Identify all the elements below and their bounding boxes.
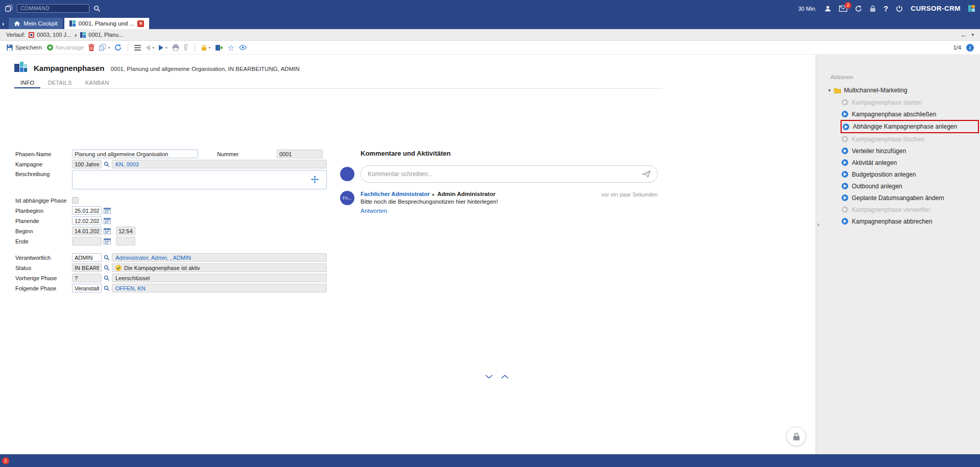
panel-expand-left-icon[interactable]: ›: [2, 20, 4, 27]
command-input[interactable]: [17, 4, 89, 13]
tab-details[interactable]: DETAILS: [41, 78, 78, 88]
delete-button[interactable]: [88, 44, 94, 51]
logout-icon[interactable]: [896, 5, 903, 12]
chevron-down-icon[interactable]: ▾: [108, 45, 110, 50]
lock-floating-button[interactable]: [786, 427, 806, 446]
vorherige-phase-description-field: Leerschlüssel: [112, 274, 327, 282]
history-back-icon[interactable]: ←: [960, 31, 967, 39]
lookup-search-icon[interactable]: [104, 265, 110, 271]
chevron-down-icon[interactable]: ▾: [165, 45, 168, 50]
history-label: Verlauf:: [6, 32, 25, 38]
send-icon[interactable]: [642, 170, 651, 178]
actions-group-row[interactable]: ▾ Multichannel-Marketing: [828, 87, 980, 94]
lookup-search-icon[interactable]: [104, 275, 110, 281]
tab-label: Mein Cockpit: [23, 20, 57, 27]
tab-record[interactable]: 0001, Planung und ... ✕: [64, 18, 149, 29]
lock-record-button[interactable]: ▾: [201, 44, 211, 51]
apps-icon[interactable]: [5, 5, 13, 12]
lookup-search-icon[interactable]: [104, 285, 110, 291]
topbar: 30 Min. 2 ? CURSOR-CRM: [0, 0, 980, 17]
search-icon[interactable]: [93, 5, 101, 12]
lock-session-icon[interactable]: [870, 5, 876, 12]
entity-logo-icon: [14, 62, 28, 74]
field-label: Planbeginn: [15, 208, 72, 214]
copy-button[interactable]: ▾: [99, 44, 110, 51]
folgende-phase-link[interactable]: OFFEN, KN: [115, 285, 146, 291]
info-icon[interactable]: i: [966, 44, 974, 52]
calendar-icon[interactable]: [104, 238, 111, 244]
history-dropdown-icon[interactable]: ▾: [971, 32, 974, 37]
verantwortlich-link[interactable]: Administrator, Admin, , ADMIN: [115, 255, 191, 261]
comment-input[interactable]: [368, 170, 642, 178]
trash-icon: [88, 44, 94, 51]
lookup-search-icon[interactable]: [104, 161, 110, 167]
calendar-icon[interactable]: [104, 217, 111, 224]
save-button[interactable]: Speichern: [6, 44, 42, 51]
folgende-phase-key-input[interactable]: [72, 284, 102, 292]
chevron-down-icon[interactable]: ▾: [209, 45, 211, 50]
user-icon[interactable]: [824, 5, 831, 12]
status-description-field: Die Kampagnenphase ist aktiv: [112, 263, 327, 272]
ende-input: [72, 237, 102, 245]
workflow-button[interactable]: [216, 44, 223, 51]
refresh-button[interactable]: [114, 44, 122, 51]
action-label: Budgetposition anlegen: [852, 171, 916, 178]
chevron-down-icon[interactable]: [485, 375, 493, 379]
action-aktivitaet-anlegen[interactable]: Aktivität anlegen: [842, 157, 980, 168]
action-outbound-anlegen[interactable]: Outbound anlegen: [842, 180, 980, 192]
breadcrumb-separator-icon: ›: [75, 31, 77, 39]
print-button[interactable]: [172, 44, 179, 51]
calendar-icon[interactable]: [104, 228, 111, 234]
history-item-1[interactable]: 0003, 100 J...: [29, 32, 71, 38]
reply-link[interactable]: Antworten: [361, 208, 387, 214]
sidebar-collapse-icon[interactable]: ›: [817, 220, 819, 228]
favorite-icon[interactable]: ☆: [228, 44, 234, 52]
action-geplante-datumsangaben-aendern[interactable]: Geplante Datumsangaben ändern: [842, 192, 980, 204]
tab-kanban[interactable]: KANBAN: [79, 78, 115, 88]
action-label: Abhängige Kampagnenphase anlegen: [853, 123, 957, 130]
field-label: Phasen-Name: [15, 151, 72, 157]
calendar-icon[interactable]: [104, 207, 111, 214]
action-kampagnenphase-abbrechen[interactable]: Kampagnenphase abbrechen: [842, 215, 980, 227]
form-row-phasen-name: Phasen-Name Nummer: [15, 150, 327, 158]
action-verteiler-hinzufuegen[interactable]: Verteiler hinzufügen: [842, 145, 980, 157]
action-kampagnenphase-abschliessen[interactable]: Kampagnenphase abschließen: [842, 108, 980, 120]
verantwortlich-key-input[interactable]: [72, 253, 102, 262]
page-header: Kampagnenphasen 0001, Planung und allgem…: [0, 55, 816, 76]
notification-badge[interactable]: 2: [2, 457, 9, 464]
planende-input[interactable]: [72, 216, 102, 225]
tab-mein-cockpit[interactable]: Mein Cockpit: [9, 18, 62, 29]
chevron-up-icon[interactable]: [501, 375, 509, 379]
play-icon: [842, 171, 848, 178]
status-footer: 2: [0, 454, 980, 467]
save-icon: [6, 44, 13, 51]
sync-icon[interactable]: [855, 5, 862, 12]
mail-icon[interactable]: 2: [839, 6, 847, 12]
vorherige-phase-text: Leerschlüssel: [115, 275, 150, 281]
comment-author[interactable]: Fachlicher Administrator: [361, 191, 430, 197]
move-resize-icon[interactable]: [311, 176, 319, 184]
kampagne-link[interactable]: KN, 0003: [115, 161, 139, 167]
action-abhaengige-kampagnenphase-anlegen[interactable]: Abhängige Kampagnenphase anlegen: [843, 121, 978, 132]
help-icon[interactable]: ?: [883, 4, 888, 13]
attachment-button[interactable]: [184, 44, 188, 51]
phasen-name-input[interactable]: [72, 150, 198, 158]
actions-group-label: Multichannel-Marketing: [844, 87, 907, 94]
toolbar-separator: [195, 44, 195, 52]
play-icon: [842, 136, 848, 142]
lookup-search-icon[interactable]: [104, 255, 110, 261]
close-tab-icon[interactable]: ✕: [137, 20, 144, 27]
beschreibung-textarea[interactable]: [72, 170, 327, 189]
preview-button[interactable]: [239, 45, 247, 50]
next-record-button[interactable]: ▾: [159, 45, 168, 51]
history-item-2[interactable]: 0001, Planu...: [80, 32, 123, 38]
action-budgetposition-anlegen[interactable]: Budgetposition anlegen: [842, 168, 980, 180]
action-kampagnenphase-verwerfen: Kampagnenphase verwerfen: [842, 204, 980, 215]
form-row-ende: Ende: [15, 237, 327, 245]
history-bar: Verlauf: 0003, 100 J... › 0001, Planu...…: [0, 29, 980, 41]
collapse-caret-icon[interactable]: ▾: [828, 88, 831, 93]
menu-button[interactable]: [134, 45, 141, 51]
chevron-down-icon[interactable]: ▾: [152, 45, 154, 50]
tab-info[interactable]: INFO: [14, 78, 40, 88]
planbeginn-input[interactable]: [72, 206, 102, 215]
